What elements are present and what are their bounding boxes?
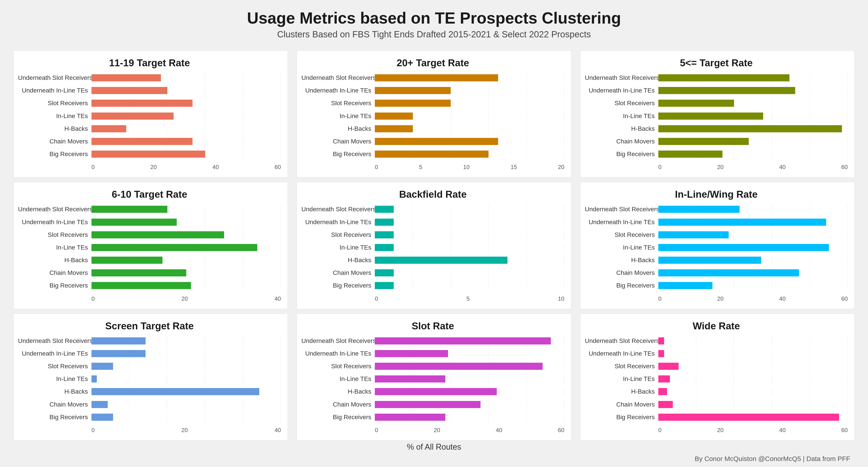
bar-label: In-Line TEs xyxy=(585,375,658,382)
bar-label: In-Line TEs xyxy=(585,244,658,251)
bar-row: Underneath In-Line TEs xyxy=(301,86,564,95)
bar xyxy=(658,350,664,357)
bar-label: Underneath Slot Receivers xyxy=(301,206,375,213)
bar-label: Big Receivers xyxy=(18,151,91,158)
bar xyxy=(91,401,108,408)
chart-body-chart-6-10: Underneath Slot ReceiversUnderneath In-L… xyxy=(18,204,281,302)
bar-label: Big Receivers xyxy=(585,282,658,289)
bar-area xyxy=(375,149,564,159)
bar-row: Underneath Slot Receivers xyxy=(18,204,281,214)
bar-row: Slot Receivers xyxy=(18,230,281,240)
bar xyxy=(91,269,186,276)
bar-row: Big Receivers xyxy=(18,281,281,291)
bar-row: H-Backs xyxy=(301,124,564,134)
chart-panel-chart-20plus: 20+ Target RateUnderneath Slot Receivers… xyxy=(297,51,571,177)
bar-area xyxy=(91,111,281,121)
bar-area xyxy=(658,243,848,253)
x-tick: 20 xyxy=(434,427,440,434)
bar-label: H-Backs xyxy=(301,257,375,264)
bar-area xyxy=(91,243,281,253)
x-axis-chart-11-19: 0204060 xyxy=(91,164,281,171)
bar-area xyxy=(91,268,281,278)
bar-area xyxy=(91,230,281,240)
bar-area xyxy=(91,412,281,422)
x-axis-label: % of All Routes xyxy=(13,442,855,452)
x-tick: 40 xyxy=(274,295,281,302)
bar-area xyxy=(658,281,848,291)
bar-area xyxy=(91,387,281,397)
x-axis-chart-6-10: 02040 xyxy=(91,295,281,302)
bar-label: Underneath Slot Receivers xyxy=(18,74,91,81)
chart-body-chart-20plus: Underneath Slot ReceiversUnderneath In-L… xyxy=(301,73,564,171)
bar-row: In-Line TEs xyxy=(585,374,848,384)
bar-row: In-Line TEs xyxy=(18,111,281,121)
bar-label: H-Backs xyxy=(585,257,658,264)
bar xyxy=(658,388,667,395)
bar-area xyxy=(375,124,564,134)
bar xyxy=(375,363,542,370)
bar-row: Underneath In-Line TEs xyxy=(585,217,848,227)
chart-title-chart-backfield: Backfield Rate xyxy=(301,189,564,200)
bar xyxy=(91,219,177,226)
bar-area xyxy=(658,387,848,397)
bar-label: In-Line TEs xyxy=(301,375,375,382)
x-tick: 10 xyxy=(463,164,470,171)
bar-row: Chain Movers xyxy=(301,137,564,146)
bar-row: Slot Receivers xyxy=(585,361,848,371)
bar-area xyxy=(91,124,281,134)
bar-label: Underneath In-Line TEs xyxy=(301,350,375,357)
x-tick: 60 xyxy=(841,427,848,434)
x-tick: 0 xyxy=(375,295,378,302)
bar xyxy=(375,337,551,344)
bar xyxy=(91,388,259,395)
bar xyxy=(91,87,167,94)
bar-area xyxy=(91,255,281,265)
bar xyxy=(375,375,445,382)
bar-row: Big Receivers xyxy=(18,412,281,422)
bar-row: Chain Movers xyxy=(18,400,281,409)
bar-row: Slot Receivers xyxy=(301,98,564,108)
bar-row: H-Backs xyxy=(18,387,281,397)
bar-label: Big Receivers xyxy=(301,151,375,158)
chart-panel-chart-inline-wing: In-Line/Wing RateUnderneath Slot Receive… xyxy=(580,182,855,309)
bar-area xyxy=(375,230,564,240)
bar-area xyxy=(375,361,564,371)
bar-area xyxy=(91,336,281,346)
bar xyxy=(375,231,394,238)
bar xyxy=(658,151,722,158)
bar xyxy=(375,100,451,107)
bar-row: Big Receivers xyxy=(585,281,848,291)
bar-area xyxy=(658,361,848,371)
bar-area xyxy=(375,336,564,346)
bar-row: Slot Receivers xyxy=(18,98,281,108)
bar-row: H-Backs xyxy=(18,255,281,265)
bar-row: H-Backs xyxy=(585,387,848,397)
bar xyxy=(658,413,839,421)
bar-row: Underneath In-Line TEs xyxy=(585,86,848,95)
bar-row: Chain Movers xyxy=(301,268,564,278)
bar xyxy=(375,125,413,132)
x-axis-chart-inline-wing: 0204060 xyxy=(658,295,848,302)
bar xyxy=(375,74,498,81)
bar-area xyxy=(375,268,564,278)
bar-area xyxy=(375,111,564,121)
bar-label: Chain Movers xyxy=(18,269,91,276)
x-tick: 20 xyxy=(717,164,723,171)
bar-row: Slot Receivers xyxy=(585,230,848,240)
bar xyxy=(91,151,205,158)
bar-label: Slot Receivers xyxy=(585,231,658,238)
bar-area xyxy=(658,349,848,359)
bar xyxy=(658,244,829,251)
bar-area xyxy=(375,137,564,146)
bar-area xyxy=(658,204,848,214)
bar-row: Underneath Slot Receivers xyxy=(301,336,564,346)
x-tick: 0 xyxy=(658,164,661,171)
bar-area xyxy=(91,400,281,409)
bar-row: H-Backs xyxy=(18,124,281,134)
bar xyxy=(658,100,734,107)
chart-body-chart-wide: Underneath Slot ReceiversUnderneath In-L… xyxy=(585,336,848,434)
bar xyxy=(375,151,489,158)
chart-body-chart-5less: Underneath Slot ReceiversUnderneath In-L… xyxy=(585,73,848,171)
bar-area xyxy=(91,281,281,291)
bar-row: Big Receivers xyxy=(301,281,564,291)
